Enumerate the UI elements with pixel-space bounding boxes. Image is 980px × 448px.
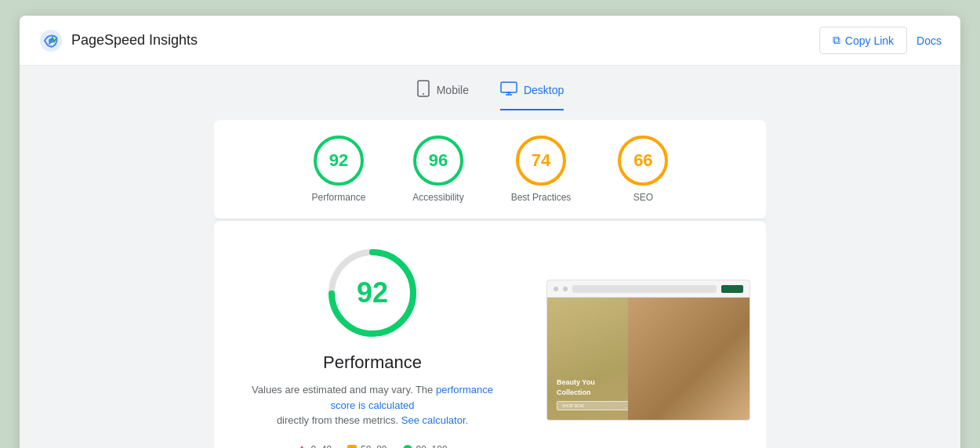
legend-fail: 0–49 — [297, 444, 332, 449]
detail-left: 92 Performance Values are estimated and … — [214, 221, 531, 448]
svg-point-3 — [423, 93, 424, 95]
big-score-value: 92 — [357, 276, 388, 309]
score-label-best-practices: Best Practices — [511, 192, 572, 203]
copy-link-button[interactable]: ⧉ Copy Link — [819, 27, 907, 54]
docs-link[interactable]: Docs — [916, 34, 942, 47]
tab-mobile-label: Mobile — [437, 84, 469, 96]
app-title: PageSpeed Insights — [71, 32, 198, 49]
browser-bar — [547, 280, 750, 298]
detail-panel: 92 Performance Values are estimated and … — [214, 220, 766, 448]
logo-area: PageSpeed Insights — [38, 28, 198, 53]
header-actions: ⧉ Copy Link Docs — [819, 27, 942, 54]
score-performance[interactable]: 92 Performance — [312, 135, 366, 203]
main-content: Mobile Desktop 92 — [20, 66, 960, 448]
screenshot: Beauty YouCollection SHOP NOW — [546, 280, 750, 421]
svg-point-1 — [49, 38, 53, 43]
browser-cta-button — [721, 285, 743, 293]
main-window: PageSpeed Insights ⧉ Copy Link Docs Mobi… — [20, 16, 960, 448]
score-seo[interactable]: 66 SEO — [618, 135, 668, 203]
fail-icon — [297, 446, 307, 449]
big-score-circle: 92 — [325, 246, 419, 340]
tab-mobile[interactable]: Mobile — [416, 80, 469, 110]
svg-rect-4 — [501, 82, 517, 92]
copy-icon: ⧉ — [833, 34, 840, 47]
pagespeed-logo — [38, 28, 64, 53]
score-circle-best-practices: 74 — [516, 135, 566, 186]
calculator-link[interactable]: See calculator. — [401, 414, 468, 426]
score-accessibility[interactable]: 96 Accessibility — [412, 135, 463, 203]
score-circle-performance: 92 — [314, 135, 364, 186]
pass-icon — [403, 445, 412, 449]
detail-right: Beauty YouCollection SHOP NOW — [531, 221, 766, 448]
score-label-accessibility: Accessibility — [412, 192, 463, 203]
tabs-bar: Mobile Desktop — [20, 66, 960, 110]
screenshot-headline: Beauty YouCollection — [557, 378, 740, 397]
score-label-seo: SEO — [633, 192, 653, 203]
score-best-practices[interactable]: 74 Best Practices — [511, 135, 572, 203]
screenshot-person — [628, 298, 750, 420]
score-label-performance: Performance — [312, 192, 366, 203]
desktop-icon — [500, 81, 517, 98]
tab-desktop-label: Desktop — [524, 84, 564, 96]
detail-title: Performance — [323, 352, 422, 373]
score-circle-accessibility: 96 — [413, 135, 463, 186]
screenshot-content: Beauty YouCollection SHOP NOW — [547, 298, 750, 420]
scores-panel: 92 Performance 96 Accessibility 74 Best … — [214, 120, 766, 219]
average-icon — [347, 445, 357, 449]
detail-description: Values are estimated and may vary. The p… — [247, 382, 498, 428]
score-circle-seo: 66 — [618, 135, 668, 186]
header: PageSpeed Insights ⧉ Copy Link Docs — [20, 16, 960, 66]
legend-pass: 90–100 — [403, 444, 448, 449]
score-legend: 0–49 50–89 90–100 — [297, 444, 447, 449]
tab-desktop[interactable]: Desktop — [500, 80, 564, 110]
browser-dot-1 — [554, 287, 558, 291]
legend-average: 50–89 — [347, 444, 387, 449]
browser-url-bar — [572, 285, 717, 293]
mobile-icon — [416, 80, 430, 99]
browser-dot-2 — [563, 287, 568, 291]
